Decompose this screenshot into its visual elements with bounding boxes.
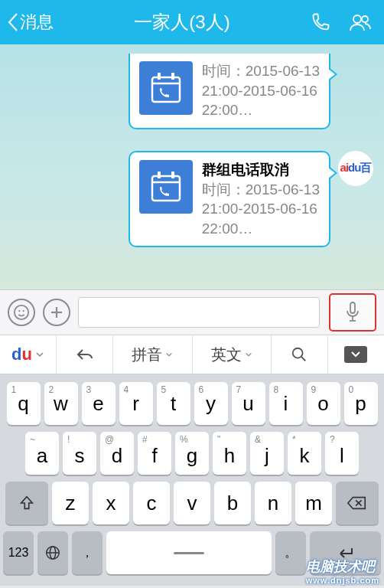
call-calendar-icon bbox=[139, 160, 193, 214]
phone-icon[interactable] bbox=[311, 11, 332, 33]
message-bubble[interactable]: 群组电话取消 时间：2015-06-13 21:00-2015-06-16 22… bbox=[129, 151, 330, 248]
message-bubble[interactable]: 时间：2015-06-13 21:00-2015-06-16 22:00… bbox=[129, 54, 330, 129]
period-key[interactable]: 。 bbox=[275, 531, 306, 574]
emoji-button[interactable] bbox=[8, 299, 35, 326]
key-f[interactable]: #f bbox=[138, 432, 171, 475]
key-q[interactable]: 1q bbox=[7, 382, 41, 425]
shift-key[interactable] bbox=[5, 482, 48, 524]
key-r[interactable]: 4r bbox=[119, 382, 153, 425]
svg-rect-4 bbox=[158, 73, 161, 80]
key-g[interactable]: %g bbox=[175, 432, 209, 475]
svg-rect-6 bbox=[152, 176, 180, 201]
back-label: 消息 bbox=[20, 11, 54, 34]
svg-rect-8 bbox=[158, 172, 161, 178]
svg-point-1 bbox=[362, 16, 368, 22]
backspace-key[interactable] bbox=[336, 482, 379, 524]
avatar[interactable]: aidu百 bbox=[338, 151, 373, 186]
key-c[interactable]: c bbox=[133, 482, 170, 524]
svg-point-10 bbox=[15, 305, 28, 319]
call-calendar-icon bbox=[139, 61, 193, 115]
key-m[interactable]: m bbox=[295, 482, 332, 524]
ime-pinyin-tab[interactable]: 拼音 bbox=[113, 335, 192, 374]
members-icon[interactable] bbox=[349, 11, 372, 33]
num-key[interactable]: 123 bbox=[3, 531, 34, 574]
watermark: 电脑技术吧 www.dnjsb.com bbox=[306, 557, 379, 585]
back-button[interactable]: 消息 bbox=[6, 11, 54, 34]
svg-point-18 bbox=[293, 348, 303, 358]
key-h[interactable]: "h bbox=[213, 432, 246, 475]
globe-key[interactable] bbox=[37, 531, 68, 574]
svg-rect-2 bbox=[152, 77, 180, 102]
mic-icon bbox=[343, 301, 362, 324]
message-row: 群组电话取消 时间：2015-06-13 21:00-2015-06-16 22… bbox=[11, 151, 373, 248]
page-title: 一家人(3人) bbox=[54, 10, 311, 34]
key-d[interactable]: @d bbox=[100, 432, 134, 475]
key-n[interactable]: n bbox=[255, 482, 291, 524]
undo-button[interactable] bbox=[57, 335, 113, 374]
search-button[interactable] bbox=[272, 335, 328, 374]
svg-point-0 bbox=[353, 15, 361, 23]
key-u[interactable]: 7u bbox=[232, 382, 265, 425]
navbar: 消息 一家人(3人) bbox=[0, 0, 384, 44]
chevron-left-icon bbox=[6, 11, 20, 33]
chat-area: 时间：2015-06-13 21:00-2015-06-16 22:00… 群组… bbox=[0, 44, 384, 289]
svg-point-11 bbox=[18, 310, 20, 312]
message-input[interactable] bbox=[78, 297, 320, 328]
svg-line-19 bbox=[301, 357, 306, 361]
key-l[interactable]: ?l bbox=[325, 432, 359, 475]
svg-rect-5 bbox=[171, 73, 174, 80]
key-j[interactable]: &j bbox=[250, 432, 284, 475]
key-a[interactable]: ~a bbox=[25, 432, 59, 475]
input-bar bbox=[0, 289, 384, 335]
hide-keyboard-button[interactable] bbox=[328, 335, 384, 374]
svg-rect-15 bbox=[350, 302, 355, 313]
key-p[interactable]: 0p bbox=[344, 382, 378, 425]
add-button[interactable] bbox=[43, 299, 70, 326]
svg-rect-9 bbox=[171, 172, 174, 178]
baidu-logo[interactable]: du bbox=[0, 335, 57, 374]
key-s[interactable]: !s bbox=[63, 432, 96, 475]
key-w[interactable]: 2w bbox=[44, 382, 78, 425]
key-b[interactable]: b bbox=[214, 482, 251, 524]
key-z[interactable]: z bbox=[52, 482, 89, 524]
voice-button[interactable] bbox=[329, 293, 376, 332]
key-k[interactable]: *k bbox=[288, 432, 321, 475]
key-i[interactable]: 8i bbox=[269, 382, 303, 425]
message-text: 群组电话取消 时间：2015-06-13 21:00-2015-06-16 22… bbox=[202, 160, 320, 239]
key-o[interactable]: 9o bbox=[307, 382, 340, 425]
comma-key[interactable]: ， bbox=[72, 531, 103, 574]
key-e[interactable]: 3e bbox=[82, 382, 116, 425]
message-text: 时间：2015-06-13 21:00-2015-06-16 22:00… bbox=[202, 61, 320, 120]
keyboard: 1q2w3e4r5t6y7u8i9o0p ~a!s@d#f%g"h&j*k?l … bbox=[0, 374, 384, 586]
key-x[interactable]: x bbox=[93, 482, 129, 524]
message-row: 时间：2015-06-13 21:00-2015-06-16 22:00… bbox=[11, 54, 373, 129]
keyboard-toolbar: du 拼音 英文 bbox=[0, 335, 384, 374]
ime-english-tab[interactable]: 英文 bbox=[193, 335, 272, 374]
key-t[interactable]: 5t bbox=[157, 382, 190, 425]
key-y[interactable]: 6y bbox=[194, 382, 228, 425]
svg-point-12 bbox=[23, 310, 24, 312]
space-key[interactable] bbox=[106, 531, 272, 574]
key-v[interactable]: v bbox=[174, 482, 210, 524]
